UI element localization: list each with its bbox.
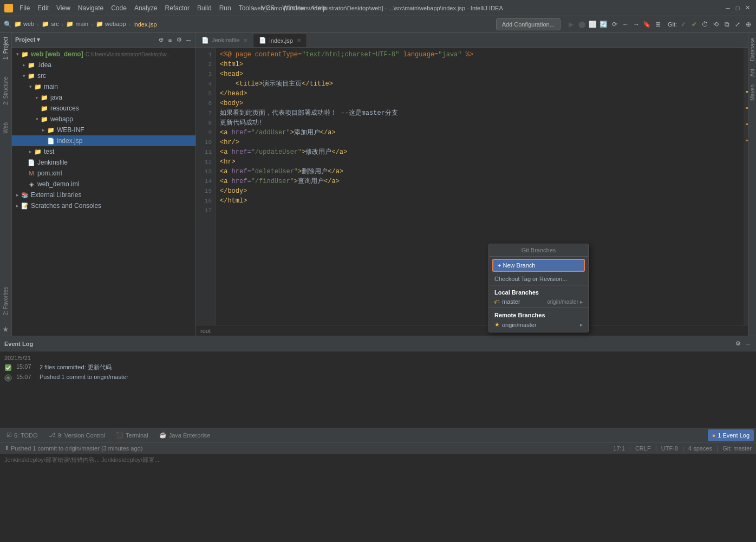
tree-main[interactable]: ▾ 📁 main [12, 81, 195, 92]
git-checkmark[interactable]: ✓ [679, 20, 688, 29]
tab-jenkinsfile[interactable]: 📄 Jenkinsfile ✕ [196, 33, 253, 47]
vtab-project[interactable]: 1: Project [2, 35, 10, 62]
git-history[interactable]: ⏱ [701, 20, 709, 29]
btab-vcs[interactable]: ⎇ 9: Version Control [44, 429, 109, 441]
branch-left: 🏷 master [494, 298, 520, 305]
code-editor[interactable]: 1 2 3 4 5 6 7 8 9 10 11 12 13 14 15 16 1… [196, 48, 748, 325]
star-icon: ★ [494, 321, 500, 328]
btab-event-log-label: 1 Event Log [718, 432, 750, 439]
btab-event-log[interactable]: ● 1 Event Log [708, 429, 754, 441]
update-button[interactable]: ⟳ [610, 20, 619, 29]
breadcrumb-main[interactable]: 📁 main [66, 21, 88, 28]
vcs-icon: ⎇ [49, 432, 56, 439]
event-log-header: Event Log ⚙ ─ [0, 336, 756, 351]
code-line-16: </html> [220, 196, 739, 206]
event-log-close[interactable]: ─ [744, 340, 752, 348]
tree-resources[interactable]: ▸ 📁 resources [12, 103, 195, 114]
rtab-maven[interactable]: Maven [748, 81, 756, 104]
project-icon-hide[interactable]: ─ [185, 36, 192, 44]
vtab-favorites[interactable]: 2: Favorites [2, 285, 10, 317]
vtab-structure[interactable]: 2: Structure [2, 75, 10, 107]
tree-webapp[interactable]: ▾ 📁 webapp [12, 114, 195, 125]
menu-run[interactable]: Run [216, 3, 234, 13]
debug-button[interactable]: ⬤ [578, 20, 586, 29]
tree-idea[interactable]: ▸ 📁 .idea [12, 60, 195, 70]
tree-index-jsp[interactable]: ▸ 📄 index.jsp [12, 135, 195, 146]
menu-analyze[interactable]: Analyze [131, 3, 161, 13]
menu-navigate[interactable]: Navigate [75, 3, 107, 13]
tree-src[interactable]: ▾ 📁 src [12, 70, 195, 81]
btab-java-enterprise[interactable]: ☕ Java Enterprise [155, 429, 214, 441]
tree-jenkinsfile[interactable]: ▸ 📄 Jenkinsfile [12, 157, 195, 168]
position-text: 17:1 [613, 445, 624, 452]
menu-file[interactable]: File [16, 3, 33, 13]
rtab-database[interactable]: Database [748, 35, 756, 64]
breadcrumb-webapp[interactable]: 📁 webapp [96, 21, 126, 28]
git-branch-status[interactable]: Git: master [722, 445, 752, 452]
maximize-button[interactable]: □ [733, 4, 742, 12]
editor-scroll-strip [744, 48, 748, 325]
tree-pom-xml[interactable]: ▸ M pom.xml [12, 168, 195, 179]
layout-button[interactable]: ⊞ [654, 20, 662, 29]
menu-refactor[interactable]: Refactor [162, 3, 193, 13]
indent-settings[interactable]: 4 spaces [688, 445, 712, 452]
event-log-settings[interactable]: ⚙ [734, 340, 742, 348]
stop-button[interactable]: ⬜ [589, 20, 597, 29]
menu-code[interactable]: Code [108, 3, 130, 13]
bottom-tabs: ☑ 6: TODO ⎇ 9: Version Control ⬛ Termina… [0, 428, 756, 442]
local-branch-master[interactable]: 🏷 master origin/master ▸ [489, 297, 588, 306]
encoding[interactable]: UTF-8 [661, 445, 678, 452]
git-search[interactable]: ⊕ [744, 20, 753, 29]
tree-external-libs[interactable]: ▸ 📚 External Libraries [12, 190, 195, 200]
tree-scratches[interactable]: ▸ 📝 Scratches and Consoles [12, 200, 195, 211]
run-button[interactable]: ▶ [567, 20, 576, 29]
tree-test[interactable]: ▸ 📁 test [12, 146, 195, 157]
code-content[interactable]: <%@ page contentType="text/html;charset=… [216, 48, 744, 325]
git-update[interactable]: ⟲ [712, 20, 720, 29]
tab-index-jsp[interactable]: 📄 index.jsp ✕ [253, 33, 307, 47]
project-title: Project ▾ [15, 36, 40, 43]
checkout-tag-item[interactable]: Checkout Tag or Revision... [489, 274, 588, 284]
project-icon-3[interactable]: ⚙ [175, 36, 183, 44]
cursor-position[interactable]: 17:1 [613, 445, 624, 452]
git-tick[interactable]: ✔ [690, 20, 699, 29]
menu-view[interactable]: View [53, 3, 74, 13]
minimize-button[interactable]: ─ [724, 4, 732, 12]
line-ending[interactable]: CRLF [635, 445, 651, 452]
breadcrumb-file[interactable]: index.jsp [133, 21, 157, 28]
btab-java-enterprise-label: Java Enterprise [169, 432, 210, 439]
btab-terminal[interactable]: ⬛ Terminal [112, 429, 153, 441]
code-line-9: <a href="/addUser">添加用户</a> [220, 128, 739, 138]
tree-webinf[interactable]: ▸ 📁 WEB-INF [12, 125, 195, 135]
code-line-14: <a href="/findUser">查询用户</a> [220, 177, 739, 186]
search-everywhere-icon[interactable]: 🔍 [3, 20, 12, 29]
git-expand[interactable]: ⤢ [733, 20, 742, 29]
tree-iml[interactable]: ▸ ◈ web_demo.iml [12, 179, 195, 190]
breadcrumb-src[interactable]: 📁 src [42, 21, 59, 28]
project-icon-2[interactable]: ≡ [166, 36, 174, 44]
forward-button[interactable]: → [632, 20, 641, 29]
add-configuration-button[interactable]: Add Configuration... [496, 18, 561, 30]
tab-index-jsp-close[interactable]: ✕ [297, 37, 301, 43]
back-button[interactable]: ← [621, 20, 630, 29]
favorites-star-icon[interactable]: ★ [2, 325, 9, 334]
project-icon-1[interactable]: ⊕ [157, 36, 165, 44]
tree-root[interactable]: ▾ 📁 web [web_demo] C:\Users\Administrato… [12, 49, 195, 60]
close-button[interactable]: ✕ [743, 4, 752, 12]
git-copy[interactable]: ⧉ [722, 20, 731, 29]
popup-divider-2 [489, 308, 588, 308]
btab-todo[interactable]: ☑ 6: TODO [2, 429, 42, 441]
btab-terminal-label: Terminal [126, 432, 148, 439]
todo-icon: ☑ [6, 432, 12, 439]
bookmark-button[interactable]: 🔖 [643, 20, 651, 29]
breadcrumb-web[interactable]: 📁 web [14, 21, 34, 28]
reload-button[interactable]: 🔄 [599, 20, 608, 29]
menu-edit[interactable]: Edit [34, 3, 52, 13]
remote-branch-origin-master[interactable]: ★ origin/master ▸ [489, 319, 588, 330]
new-branch-button[interactable]: + New Branch [492, 259, 585, 272]
tree-java[interactable]: ▸ 📁 java [12, 92, 195, 103]
rtab-ant[interactable]: Ant [748, 66, 756, 80]
vtab-web[interactable]: Web [2, 120, 10, 135]
menu-build[interactable]: Build [194, 3, 215, 13]
tab-jenkinsfile-close[interactable]: ✕ [243, 37, 247, 43]
